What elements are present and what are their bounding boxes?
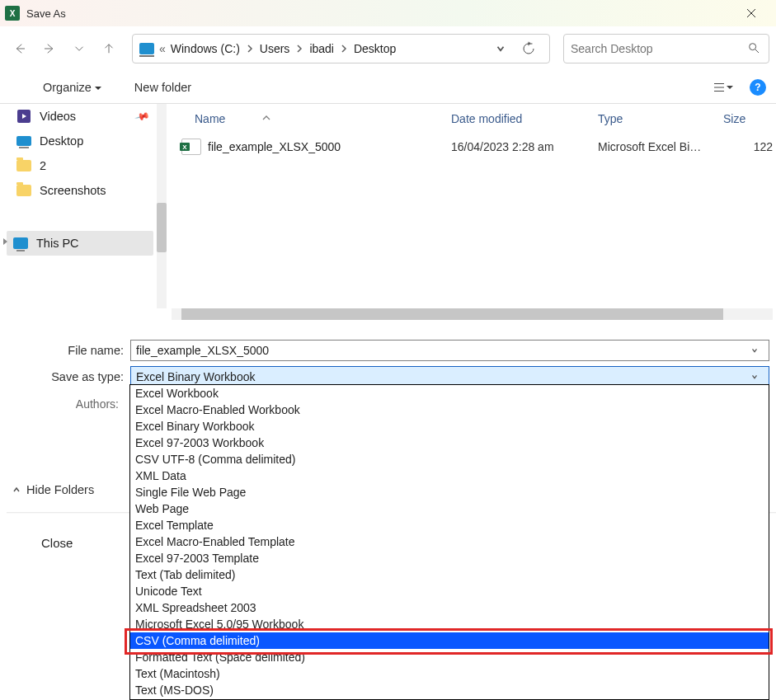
dropdown-option[interactable]: CSV (Comma delimited) — [130, 632, 769, 649]
sidebar-item-label: This PC — [36, 237, 79, 250]
h-scrollbar-thumb[interactable] — [181, 308, 723, 320]
up-button[interactable] — [96, 35, 122, 62]
back-button[interactable] — [7, 35, 33, 62]
sidebar: Videos 📌 Desktop 2 Screenshots This PC — [7, 104, 153, 256]
recent-locations-button[interactable] — [66, 35, 92, 62]
organize-label: Organize — [43, 81, 92, 94]
file-row[interactable]: file_example_XLSX_5000 16/04/2023 2:28 a… — [172, 134, 773, 160]
column-header-date[interactable]: Date modified — [451, 112, 598, 125]
dropdown-option[interactable]: Excel 97-2003 Workbook — [130, 435, 769, 451]
chevron-down-icon — [95, 81, 101, 94]
column-headers: Name Date modified Type Size — [172, 104, 773, 134]
file-name-label: File name: — [7, 344, 130, 357]
column-label: Name — [195, 112, 225, 125]
sidebar-item-label: Screenshots — [40, 184, 106, 197]
new-folder-button[interactable]: New folder — [134, 81, 191, 94]
chevron-right-icon[interactable] — [339, 44, 349, 54]
close-button[interactable]: Close — [41, 536, 73, 550]
breadcrumb-part[interactable]: Desktop — [354, 42, 396, 55]
titlebar: Save As — [0, 0, 776, 26]
dropdown-option[interactable]: Excel Macro-Enabled Template — [130, 533, 769, 550]
sidebar-item-folder-2[interactable]: 2 — [7, 153, 153, 178]
help-button[interactable]: ? — [750, 79, 766, 96]
authors-label: Authors: — [0, 397, 124, 411]
folder-icon — [16, 184, 31, 197]
sidebar-item-label: 2 — [40, 159, 46, 172]
sidebar-scrollbar[interactable] — [157, 104, 167, 308]
sidebar-item-this-pc[interactable]: This PC — [7, 231, 153, 256]
dropdown-option[interactable]: CSV UTF-8 (Comma delimited) — [130, 451, 769, 467]
dropdown-option[interactable]: Single File Web Page — [130, 484, 769, 500]
file-name-cell: file_example_XLSX_5000 — [208, 140, 451, 153]
forward-button[interactable] — [36, 35, 63, 62]
action-bar: Organize New folder ? — [0, 71, 776, 104]
excel-icon — [5, 6, 20, 21]
sidebar-item-screenshots[interactable]: Screenshots — [7, 178, 153, 203]
dropdown-option[interactable]: XML Data — [130, 467, 769, 484]
breadcrumb-part[interactable]: Windows (C:) — [171, 42, 240, 55]
excel-file-icon — [181, 139, 201, 155]
view-dropdown-button[interactable] — [727, 84, 733, 91]
dropdown-option[interactable]: Text (Macintosh) — [130, 665, 769, 682]
chevron-down-icon[interactable] — [745, 373, 764, 381]
file-size-cell: 122 — [723, 140, 773, 153]
videos-icon — [16, 110, 31, 123]
save-as-type-label: Save as type: — [7, 370, 130, 383]
dropdown-option[interactable]: Web Page — [130, 500, 769, 517]
save-as-type-dropdown[interactable]: Excel WorkbookExcel Macro-Enabled Workbo… — [129, 384, 769, 700]
hide-folders-label: Hide Folders — [26, 483, 94, 496]
save-as-type-value: Excel Binary Workbook — [136, 370, 745, 383]
dropdown-option[interactable]: Excel Template — [130, 517, 769, 533]
dropdown-option[interactable]: Excel Binary Workbook — [130, 418, 769, 435]
pc-icon — [13, 237, 28, 250]
chevron-right-icon[interactable] — [294, 44, 304, 54]
column-header-name[interactable]: Name — [172, 112, 451, 125]
file-name-input[interactable] — [136, 344, 745, 357]
sidebar-scrollbar-thumb[interactable] — [157, 203, 167, 252]
search-icon — [747, 41, 760, 57]
sidebar-item-videos[interactable]: Videos 📌 — [7, 104, 153, 129]
dropdown-option[interactable]: Excel Workbook — [130, 385, 769, 402]
file-date-cell: 16/04/2023 2:28 am — [451, 140, 598, 153]
dropdown-option[interactable]: Excel 97-2003 Template — [130, 550, 769, 566]
column-header-size[interactable]: Size — [723, 112, 773, 125]
file-name-combobox[interactable] — [130, 340, 769, 361]
column-header-type[interactable]: Type — [598, 112, 723, 125]
dropdown-option[interactable]: Excel Macro-Enabled Workbook — [130, 402, 769, 418]
organize-button[interactable]: Organize — [43, 81, 101, 94]
dropdown-option[interactable]: Formatted Text (Space delimited) — [130, 649, 769, 665]
dropdown-option[interactable]: Microsoft Excel 5.0/95 Workbook — [130, 616, 769, 632]
h-scrollbar[interactable] — [172, 308, 773, 320]
drive-icon — [139, 43, 154, 54]
breadcrumb-part[interactable]: ibadi — [309, 42, 334, 55]
sort-icon — [261, 113, 271, 123]
nav-toolbar: « Windows (C:) Users ibadi Desktop — [0, 26, 776, 71]
dropdown-option[interactable]: XML Spreadsheet 2003 — [130, 599, 769, 616]
dropdown-option[interactable]: Unicode Text — [130, 583, 769, 599]
file-list: Name Date modified Type Size file_exampl… — [172, 104, 773, 160]
search-box[interactable] — [563, 34, 769, 63]
refresh-button[interactable] — [515, 34, 543, 63]
breadcrumb-prefix: « — [159, 42, 166, 55]
chevron-down-icon[interactable] — [495, 43, 506, 54]
save-fields: File name: Save as type: Excel Binary Wo… — [0, 338, 776, 389]
sidebar-item-desktop[interactable]: Desktop — [7, 129, 153, 153]
pin-icon: 📌 — [134, 108, 151, 124]
view-button[interactable] — [712, 80, 727, 95]
close-icon[interactable] — [735, 3, 768, 23]
dropdown-option[interactable]: Text (Tab delimited) — [130, 566, 769, 583]
folder-icon — [16, 159, 31, 172]
search-input[interactable] — [571, 42, 762, 55]
window-title: Save As — [26, 7, 66, 20]
hide-folders-button[interactable]: Hide Folders — [12, 483, 94, 496]
file-type-cell: Microsoft Excel Bi… — [598, 140, 723, 153]
chevron-down-icon[interactable] — [745, 346, 764, 355]
dropdown-option[interactable]: Text (MS-DOS) — [130, 682, 769, 698]
breadcrumb[interactable]: « Windows (C:) Users ibadi Desktop — [132, 34, 550, 63]
chevron-right-icon[interactable] — [245, 44, 255, 54]
sidebar-item-label: Videos — [40, 110, 76, 123]
breadcrumb-part[interactable]: Users — [260, 42, 290, 55]
sidebar-item-label: Desktop — [40, 134, 83, 148]
svg-point-0 — [750, 43, 756, 49]
desktop-icon — [16, 134, 31, 148]
